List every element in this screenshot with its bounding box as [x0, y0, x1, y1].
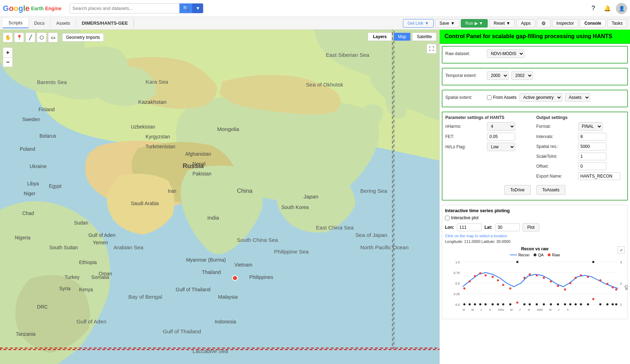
run-button[interactable]: Run ▶ ▼: [461, 19, 488, 28]
to-assets-button[interactable]: ToAssets: [536, 185, 566, 195]
nharms-label: nHarms:: [445, 124, 484, 129]
temporal-start-select[interactable]: 2000: [487, 71, 509, 80]
tab-assets[interactable]: Assets: [50, 18, 76, 28]
rectangle-tool[interactable]: ▭: [48, 32, 58, 42]
nepal-label: Nepal: [192, 161, 206, 167]
pointer-tool[interactable]: ✋: [3, 32, 13, 42]
hilo-select[interactable]: Low: [487, 143, 515, 151]
settings-button[interactable]: ⚙: [537, 19, 551, 28]
search-input[interactable]: [70, 4, 179, 13]
logo-earth: Earth: [31, 6, 44, 11]
nigeria-label: Nigeria: [15, 235, 30, 240]
chart-expand-button[interactable]: ⤢: [618, 246, 625, 253]
indonesia-label: Indonesia: [215, 319, 236, 324]
logo-o1: o: [9, 4, 13, 13]
format-label: Format:: [536, 124, 575, 129]
zoom-in-button[interactable]: +: [3, 47, 13, 57]
drc-label: DRC: [37, 304, 48, 310]
x-label-m4: M: [549, 308, 552, 311]
layers-button[interactable]: Layers: [368, 32, 392, 41]
format-select[interactable]: FINAL: [578, 122, 602, 131]
kyrgyzstan-label: Kyrgyzstan: [145, 134, 170, 139]
qa-dot: [587, 303, 589, 305]
scale-to-int-input[interactable]: [578, 153, 606, 160]
export-name-row: Export Name:: [536, 172, 625, 180]
raw-dot: [599, 279, 601, 281]
hilo-label: Hi/Lo Flag:: [445, 144, 484, 149]
lat-input[interactable]: [495, 223, 520, 231]
point-tool[interactable]: 📍: [14, 32, 24, 42]
plot-button[interactable]: Plot: [523, 223, 539, 232]
assets-select[interactable]: Assets: [565, 93, 590, 102]
from-assets-checkbox[interactable]: [487, 95, 492, 100]
geometry-imports-button[interactable]: Geometry Imports: [62, 33, 104, 42]
gulf-of-aden-label: Gulf of Aden: [77, 318, 107, 324]
reset-button[interactable]: Reset ▼: [489, 19, 515, 28]
line-tool[interactable]: ╱: [25, 32, 35, 42]
intervals-input[interactable]: [578, 133, 606, 141]
pakistan-label: Pakistan: [192, 171, 212, 177]
x-label-m: M: [463, 308, 465, 311]
nharms-select[interactable]: 4: [487, 122, 515, 131]
console-tab[interactable]: Console: [580, 19, 606, 28]
map-area[interactable]: ✋ 📍 ╱ ⬡ ▭ Geometry Imports Layers Map Sa…: [0, 30, 439, 364]
map-toolbar: ✋ 📍 ╱ ⬡ ▭ Geometry Imports: [3, 32, 104, 42]
zoom-out-button[interactable]: −: [3, 57, 13, 67]
map-canvas[interactable]: Barents Sea Kara Sea East Siberian Sea S…: [0, 30, 439, 364]
temporal-end-select[interactable]: 2002: [511, 71, 533, 80]
afghanistan-label: Afghanistan: [185, 151, 211, 157]
search-dropdown-button[interactable]: ▼: [192, 4, 203, 13]
raw-dot: [485, 274, 487, 276]
fet-label: FET:: [445, 134, 484, 139]
logo-g: G: [3, 4, 9, 13]
from-assets-checkbox-label[interactable]: From Assets: [487, 95, 517, 100]
interactive-plot-checkbox-label[interactable]: Interactive plot: [445, 215, 479, 220]
y-tick-0.75: 0.75: [453, 271, 460, 275]
spatial-res-input[interactable]: [578, 143, 606, 150]
x-label-j2: J: [519, 308, 521, 311]
to-drive-button[interactable]: ToDrive: [504, 185, 531, 195]
legend-qa: QA: [534, 253, 543, 257]
raw-dot: [536, 274, 538, 276]
export-name-input[interactable]: [578, 172, 620, 180]
tab-scripts[interactable]: Scripts: [3, 18, 29, 28]
topbar-right: ? 🔔 👤: [588, 3, 627, 14]
params-section: Parameter settings of HANTS nHarms: 4 FE…: [442, 112, 628, 201]
search-button[interactable]: 🔍: [179, 4, 192, 13]
raw-dot: [516, 302, 518, 304]
get-link-button[interactable]: Get Link ▼: [403, 19, 434, 28]
qa-dot: [485, 303, 487, 305]
lon-input[interactable]: [457, 223, 482, 231]
syria-label: Syria: [59, 286, 71, 291]
poland-label: Poland: [20, 146, 35, 152]
satellite-view-button[interactable]: Satellite: [412, 32, 436, 41]
apps-button[interactable]: Apps: [516, 19, 535, 28]
mongolia-label: Mongolia: [217, 126, 239, 132]
app-logo: Google Earth Engine: [3, 4, 66, 13]
notifications-icon-button[interactable]: 🔔: [602, 3, 613, 14]
map-view-button[interactable]: Map: [393, 32, 411, 41]
x-label-m2: M: [471, 308, 474, 311]
interactive-plot-checkbox[interactable]: [445, 216, 450, 220]
fullscreen-button[interactable]: ⛶: [427, 44, 436, 54]
save-button[interactable]: Save ▼: [435, 19, 459, 28]
qa-dot: [612, 303, 614, 305]
polygon-tool[interactable]: ⬡: [37, 32, 47, 42]
inspector-tab[interactable]: Inspector: [552, 19, 578, 28]
action-buttons-row: ToDrive ToAssets: [445, 185, 624, 195]
philippines-label: Philippines: [249, 274, 273, 280]
offset-input[interactable]: [578, 162, 606, 170]
y-tick-1.0: 1.0: [455, 261, 460, 264]
tasks-tab[interactable]: Tasks: [607, 19, 627, 28]
param-settings-col: Parameter settings of HANTS nHarms: 4 FE…: [445, 115, 534, 182]
vietnam-label: Vietnam: [234, 262, 252, 268]
fet-input[interactable]: [487, 133, 515, 141]
user-avatar[interactable]: 👤: [616, 3, 627, 14]
north-pacific-label: North Pacific Ocean: [360, 244, 409, 250]
raw-dataset-select[interactable]: NDVI-MODIS: [487, 49, 524, 58]
help-icon-button[interactable]: ?: [588, 3, 599, 14]
south-china-sea-label: South China Sea: [237, 237, 278, 243]
tab-docs[interactable]: Docs: [29, 18, 51, 28]
qa-dot: [469, 303, 471, 305]
active-geometry-select[interactable]: Active geometry: [519, 93, 562, 102]
